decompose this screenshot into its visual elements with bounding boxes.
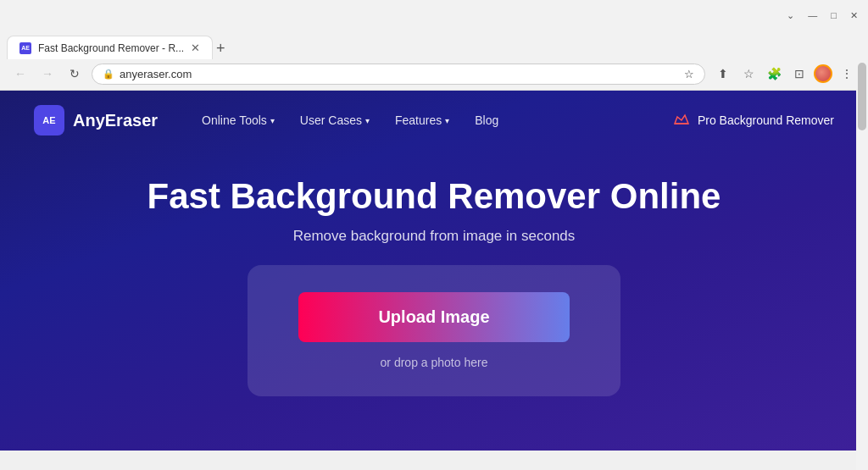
pro-label: Pro Background Remover <box>698 113 834 127</box>
forward-button[interactable]: → <box>37 64 58 84</box>
drop-text: or drop a photo here <box>381 356 488 369</box>
logo-name: AnyEraser <box>73 111 158 130</box>
puzzle-icon[interactable]: 🧩 <box>763 63 785 85</box>
tab-bar: AE Fast Background Remover - R... ✕ + <box>0 30 868 59</box>
chevron-down-icon: ▾ <box>445 116 449 125</box>
scrollbar-thumb[interactable] <box>858 63 866 130</box>
address-bar[interactable]: 🔒 anyeraser.com ☆ <box>92 64 705 85</box>
new-tab-button[interactable]: + <box>216 41 225 59</box>
nav-link-blog[interactable]: Blog <box>465 107 509 134</box>
website-content: AE AnyEraser Online Tools ▾ User Cases ▾… <box>0 91 868 451</box>
tab-close-icon[interactable]: ✕ <box>191 41 200 54</box>
title-bar: ⌄ — □ ✕ <box>0 0 868 30</box>
nav-links: Online Tools ▾ User Cases ▾ Features ▾ B… <box>192 107 834 134</box>
upload-drop-zone[interactable]: Upload Image or drop a photo here <box>248 265 620 396</box>
address-text: anyeraser.com <box>120 68 679 80</box>
nav-pro-link[interactable]: Pro Background Remover <box>672 111 834 130</box>
toolbar-icons: ⬆ ☆ 🧩 ⊡ ⋮ <box>712 63 858 85</box>
nav-link-features[interactable]: Features ▾ <box>385 107 459 134</box>
hero-title: Fast Background Remover Online <box>147 175 721 218</box>
chevron-down-icon[interactable]: ⌄ <box>787 10 794 21</box>
tab-title: Fast Background Remover - R... <box>38 42 184 54</box>
nav-link-online-tools[interactable]: Online Tools ▾ <box>192 107 285 134</box>
reload-button[interactable]: ↻ <box>64 64 85 84</box>
site-nav: AE AnyEraser Online Tools ▾ User Cases ▾… <box>0 91 868 150</box>
more-options-icon[interactable]: ⋮ <box>836 63 858 85</box>
back-button[interactable]: ← <box>10 64 31 84</box>
hero-section: Fast Background Remover Online Remove ba… <box>0 150 868 396</box>
site-logo[interactable]: AE AnyEraser <box>34 105 158 135</box>
close-button[interactable]: ✕ <box>850 10 858 21</box>
tab-favicon: AE <box>19 42 31 54</box>
star-icon[interactable]: ☆ <box>737 63 760 85</box>
browser-tab[interactable]: AE Fast Background Remover - R... ✕ <box>7 36 213 59</box>
address-bar-row: ← → ↻ 🔒 anyeraser.com ☆ ⬆ ☆ 🧩 ⊡ ⋮ <box>0 59 868 90</box>
chevron-down-icon: ▾ <box>365 116 370 125</box>
maximize-button[interactable]: □ <box>831 10 837 20</box>
window-controls: ⌄ — □ ✕ <box>787 10 858 21</box>
lock-icon: 🔒 <box>103 69 114 80</box>
chevron-down-icon: ▾ <box>270 116 275 125</box>
upload-image-button[interactable]: Upload Image <box>298 292 570 342</box>
hero-subtitle: Remove background from image in seconds <box>293 228 576 245</box>
bookmark-icon[interactable]: ☆ <box>684 68 694 80</box>
scrollbar[interactable] <box>856 61 868 470</box>
nav-link-user-cases[interactable]: User Cases ▾ <box>290 107 380 134</box>
logo-icon: AE <box>34 105 64 135</box>
pro-icon <box>672 111 691 130</box>
share-icon[interactable]: ⬆ <box>712 63 734 85</box>
profile-avatar[interactable] <box>814 64 832 83</box>
minimize-button[interactable]: — <box>808 10 817 20</box>
browser-menu-icon[interactable]: ⊡ <box>788 63 810 85</box>
